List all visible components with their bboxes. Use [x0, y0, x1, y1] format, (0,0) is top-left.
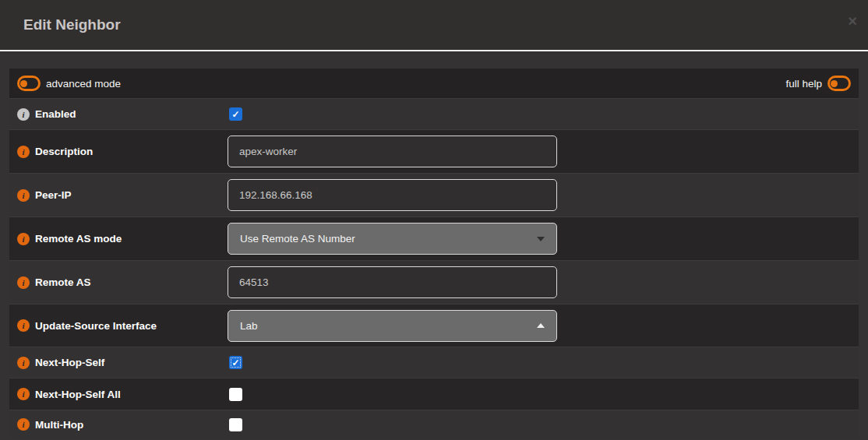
checkmark-icon: ✓ [231, 110, 239, 119]
field-label: Remote AS mode [35, 233, 122, 245]
info-icon[interactable]: i [17, 233, 30, 245]
info-icon[interactable]: i [17, 108, 30, 121]
info-icon[interactable]: i [17, 357, 30, 369]
form-row-next-hop-self-all: i Next-Hop-Self All ✓ [9, 378, 859, 410]
options-bar: advanced mode full help [9, 69, 859, 98]
enabled-checkbox[interactable]: ✓ [229, 107, 242, 121]
caret-up-icon [537, 323, 545, 328]
modal-header: Edit Neighbor ✕ [0, 0, 868, 51]
modal-title: Edit Neighbor [23, 16, 121, 33]
form-row-next-hop-self: i Next-Hop-Self ✓ [9, 347, 859, 378]
selected-option-label: Use Remote AS Number [240, 233, 355, 245]
form-row-remote-as: i Remote AS [9, 260, 859, 304]
full-help-toggle-group[interactable]: full help [785, 76, 851, 91]
info-icon[interactable]: i [17, 319, 30, 332]
label-cell: i Enabled [9, 108, 228, 121]
selected-option-label: Lab [240, 320, 258, 332]
label-cell: i Remote AS mode [9, 233, 228, 245]
form-row-peer-ip: i Peer-IP [9, 173, 859, 216]
full-help-label: full help [785, 78, 822, 90]
next-hop-self-all-checkbox[interactable]: ✓ [229, 388, 242, 401]
field-label: Next-Hop-Self All [35, 389, 121, 400]
label-cell: i Description [9, 146, 228, 158]
label-cell: i Peer-IP [9, 189, 228, 202]
info-icon[interactable]: i [17, 418, 30, 431]
label-cell: i Update-Source Interface [9, 319, 228, 332]
peer-ip-input[interactable] [228, 179, 557, 211]
form-row-enabled: i Enabled ✓ [9, 98, 859, 129]
field-label: Multi-Hop [35, 419, 83, 431]
description-input[interactable] [228, 136, 557, 167]
update-source-interface-select[interactable]: Lab [228, 310, 557, 342]
label-cell: i Remote AS [9, 276, 228, 289]
remote-as-input[interactable] [228, 266, 557, 298]
remote-as-mode-select[interactable]: Use Remote AS Number [228, 223, 557, 255]
field-label: Update-Source Interface [35, 320, 157, 332]
field-label: Description [35, 146, 93, 157]
toggle-off-icon[interactable] [827, 76, 851, 91]
advanced-mode-label: advanced mode [46, 78, 121, 90]
field-label: Peer-IP [35, 189, 72, 201]
field-label: Remote AS [35, 276, 91, 288]
next-hop-self-checkbox[interactable]: ✓ [229, 356, 242, 369]
field-label: Enabled [35, 108, 76, 120]
modal-body: advanced mode full help i Enabled ✓ i De… [0, 51, 868, 438]
form-row-description: i Description [9, 129, 859, 173]
multi-hop-checkbox[interactable]: ✓ [229, 418, 242, 431]
label-cell: i Next-Hop-Self All [9, 388, 228, 400]
label-cell: i Next-Hop-Self [9, 357, 228, 369]
info-icon[interactable]: i [17, 189, 30, 202]
edit-neighbor-form: advanced mode full help i Enabled ✓ i De… [9, 69, 859, 438]
form-row-update-source-interface: i Update-Source Interface Lab [9, 304, 859, 347]
toggle-off-icon[interactable] [17, 76, 41, 91]
info-icon[interactable]: i [17, 146, 30, 158]
field-label: Next-Hop-Self [35, 357, 104, 368]
checkmark-icon: ✓ [231, 358, 239, 368]
close-icon[interactable]: ✕ [848, 16, 858, 28]
form-row-remote-as-mode: i Remote AS mode Use Remote AS Number [9, 216, 859, 260]
form-row-multi-hop: i Multi-Hop ✓ [9, 410, 859, 438]
info-icon[interactable]: i [17, 388, 30, 400]
caret-down-icon [537, 237, 545, 241]
advanced-mode-toggle-group[interactable]: advanced mode [17, 76, 121, 91]
label-cell: i Multi-Hop [9, 418, 228, 431]
info-icon[interactable]: i [17, 276, 30, 289]
